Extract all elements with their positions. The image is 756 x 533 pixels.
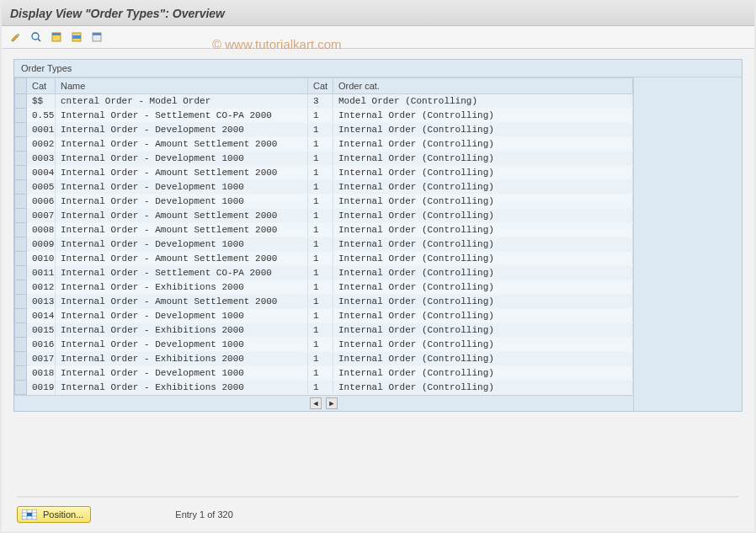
cell-cat1: 0004 <box>27 166 56 180</box>
scroll-left-icon[interactable]: ◄ <box>310 397 322 409</box>
cell-name: Internal Order - Development 1000 <box>56 309 308 323</box>
row-selector[interactable] <box>15 166 27 180</box>
row-selector[interactable] <box>15 338 27 352</box>
col-cat1[interactable]: Cat <box>27 78 56 94</box>
cell-ordercat: Internal Order (Controlling) <box>333 381 633 395</box>
row-selector[interactable] <box>15 94 27 109</box>
cell-name: cnteral Order - Model Order <box>56 94 308 109</box>
position-button[interactable]: Position... <box>17 506 91 523</box>
row-selector[interactable] <box>15 295 27 309</box>
row-selector[interactable] <box>15 323 27 338</box>
table-row[interactable]: 0015Internal Order - Exhibitions 20001In… <box>15 323 633 338</box>
cell-ordercat: Internal Order (Controlling) <box>333 152 633 166</box>
table-row[interactable]: 0012Internal Order - Exhibitions 20001In… <box>15 280 633 295</box>
select-block-icon[interactable] <box>69 29 84 45</box>
row-selector[interactable] <box>15 237 27 252</box>
table-row[interactable]: 0002Internal Order - Amount Settlement 2… <box>15 137 633 152</box>
panel-title: Order Types <box>14 60 742 77</box>
cell-ordercat: Internal Order (Controlling) <box>333 280 633 295</box>
row-selector[interactable] <box>15 109 27 123</box>
cell-name: Internal Order - Amount Settlement 2000 <box>56 295 308 309</box>
cell-ordercat: Internal Order (Controlling) <box>333 166 633 180</box>
row-selector[interactable] <box>15 152 27 166</box>
row-selector[interactable] <box>15 209 27 223</box>
cell-ordercat: Internal Order (Controlling) <box>333 366 633 381</box>
cell-name: Internal Order - Amount Settlement 2000 <box>56 209 308 223</box>
row-selector[interactable] <box>15 123 27 137</box>
table-row[interactable]: 0009Internal Order - Development 10001In… <box>15 237 633 252</box>
cell-cat1: 0.55 <box>27 109 56 123</box>
cell-ordercat: Internal Order (Controlling) <box>333 252 633 266</box>
cell-ordercat: Internal Order (Controlling) <box>333 223 633 237</box>
table-row[interactable]: 0004Internal Order - Amount Settlement 2… <box>15 166 633 180</box>
cell-cat2: 1 <box>308 280 333 295</box>
row-selector[interactable] <box>15 266 27 280</box>
detail-icon[interactable] <box>29 29 44 45</box>
page-title: Display View "Order Types": Overview <box>2 2 754 26</box>
scroll-right-icon[interactable]: ► <box>326 397 338 409</box>
cell-cat2: 1 <box>308 338 333 352</box>
table-row[interactable]: $$cnteral Order - Model Order3Model Orde… <box>15 94 633 109</box>
cell-cat1: 0018 <box>27 366 56 381</box>
row-selector[interactable] <box>15 366 27 381</box>
cell-name: Internal Order - Development 1000 <box>56 237 308 252</box>
row-selector[interactable] <box>15 381 27 395</box>
cell-cat2: 1 <box>308 152 333 166</box>
select-all-icon[interactable] <box>49 29 64 45</box>
row-selector[interactable] <box>15 137 27 152</box>
cell-ordercat: Internal Order (Controlling) <box>333 123 633 137</box>
cell-cat2: 1 <box>308 309 333 323</box>
cell-name: Internal Order - Development 2000 <box>56 123 308 137</box>
row-selector[interactable] <box>15 280 27 295</box>
row-selector[interactable] <box>15 252 27 266</box>
svg-rect-3 <box>52 33 61 35</box>
cell-cat2: 1 <box>308 237 333 252</box>
row-selector[interactable] <box>15 195 27 209</box>
col-name[interactable]: Name <box>56 78 308 94</box>
table-row[interactable]: 0018Internal Order - Development 10001In… <box>15 366 633 381</box>
table-row[interactable]: 0019Internal Order - Exhibitions 20001In… <box>15 381 633 395</box>
cell-cat2: 1 <box>308 252 333 266</box>
cell-cat1: 0006 <box>27 195 56 209</box>
table-row[interactable]: 0007Internal Order - Amount Settlement 2… <box>15 209 633 223</box>
cell-name: Internal Order - Amount Settlement 2000 <box>56 252 308 266</box>
cell-cat2: 1 <box>308 109 333 123</box>
table-row[interactable]: 0001Internal Order - Development 20001In… <box>15 123 633 137</box>
row-selector[interactable] <box>15 309 27 323</box>
cell-ordercat: Internal Order (Controlling) <box>333 352 633 366</box>
table-row[interactable]: 0006Internal Order - Development 10001In… <box>15 195 633 209</box>
cell-ordercat: Internal Order (Controlling) <box>333 109 633 123</box>
cell-name: Internal Order - Exhibitions 2000 <box>56 352 308 366</box>
table-row[interactable]: 0005Internal Order - Development 10001In… <box>15 180 633 195</box>
cell-ordercat: Internal Order (Controlling) <box>333 266 633 280</box>
table-row[interactable]: 0.55Internal Order - Settlement CO-PA 20… <box>15 109 633 123</box>
svg-line-1 <box>38 39 40 41</box>
grid-icon <box>21 509 38 520</box>
row-selector[interactable] <box>15 223 27 237</box>
cell-cat1: 0017 <box>27 352 56 366</box>
cell-ordercat: Internal Order (Controlling) <box>333 237 633 252</box>
cell-name: Internal Order - Settlement CO-PA 2000 <box>56 109 308 123</box>
cell-cat1: 0015 <box>27 323 56 338</box>
table-row[interactable]: 0003Internal Order - Development 10001In… <box>15 152 633 166</box>
table-row[interactable]: 0016Internal Order - Development 10001In… <box>15 338 633 352</box>
row-selector[interactable] <box>15 352 27 366</box>
cell-cat1: $$ <box>27 94 56 109</box>
deselect-icon[interactable] <box>89 29 104 45</box>
col-select[interactable] <box>15 78 27 94</box>
col-cat2[interactable]: Cat <box>308 78 333 94</box>
change-icon[interactable] <box>8 29 24 45</box>
table-row[interactable]: 0010Internal Order - Amount Settlement 2… <box>15 252 633 266</box>
cell-ordercat: Internal Order (Controlling) <box>333 323 633 338</box>
cell-name: Internal Order - Amount Settlement 2000 <box>56 137 308 152</box>
cell-cat2: 1 <box>308 323 333 338</box>
table-row[interactable]: 0014Internal Order - Development 10001In… <box>15 309 633 323</box>
cell-name: Internal Order - Development 1000 <box>56 195 308 209</box>
table-row[interactable]: 0013Internal Order - Amount Settlement 2… <box>15 295 633 309</box>
table-row[interactable]: 0017Internal Order - Exhibitions 20001In… <box>15 352 633 366</box>
table-row[interactable]: 0011Internal Order - Settlement CO-PA 20… <box>15 266 633 280</box>
col-ordercat[interactable]: Order cat. <box>333 78 633 94</box>
table-row[interactable]: 0008Internal Order - Amount Settlement 2… <box>15 223 633 237</box>
row-selector[interactable] <box>15 180 27 195</box>
cell-cat2: 1 <box>308 266 333 280</box>
